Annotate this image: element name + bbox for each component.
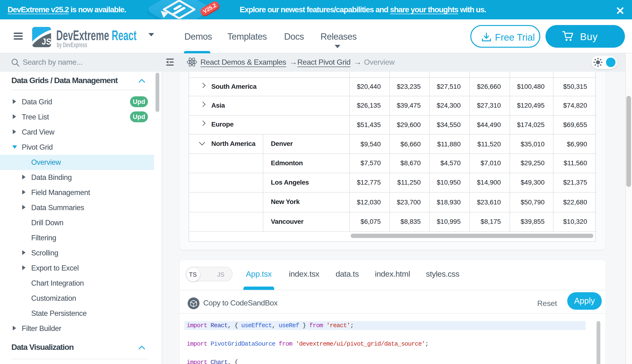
svg-text:JS: JS <box>42 36 51 46</box>
